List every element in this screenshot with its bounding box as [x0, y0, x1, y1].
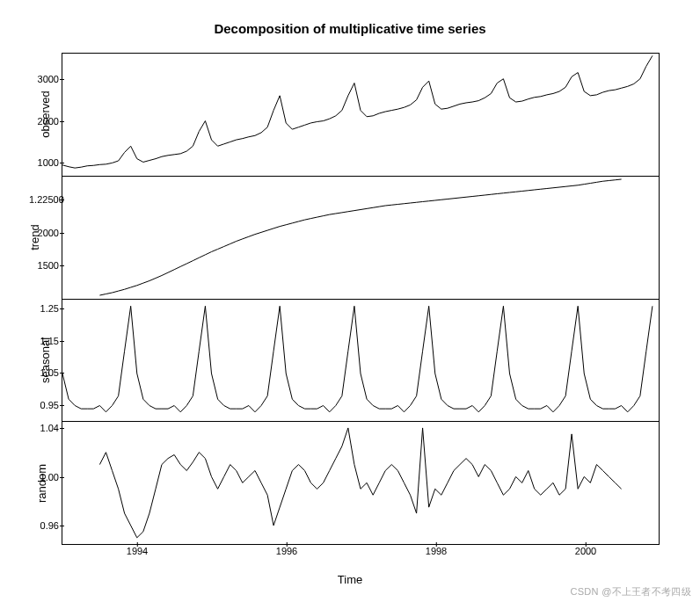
y-tick: 1.04 — [29, 423, 59, 433]
y-tick: 1.22500 — [29, 194, 59, 205]
chart-title: Decomposition of multiplicative time ser… — [0, 21, 700, 36]
chart-panels: observed100020003000trend150020001.22500… — [62, 53, 660, 545]
panel-trend: trend150020001.22500 — [62, 177, 659, 300]
y-ticks: 0.961.001.04 — [29, 422, 59, 544]
y-tick: 3000 — [29, 74, 59, 84]
y-tick: 1000 — [29, 157, 59, 168]
y-tick: 2000 — [29, 116, 59, 127]
y-tick: 1.00 — [29, 472, 59, 482]
y-tick: 1.25 — [29, 303, 59, 314]
x-ticks: 1994199619982000 — [62, 546, 659, 558]
x-tick: 1998 — [426, 546, 447, 556]
line-trend — [62, 177, 659, 299]
x-tick: 1994 — [127, 546, 148, 556]
y-tick: 0.95 — [29, 400, 59, 410]
line-observed — [62, 54, 659, 176]
line-random — [62, 422, 659, 544]
y-tick: 1.05 — [29, 367, 59, 378]
y-tick: 1.15 — [29, 336, 59, 346]
x-tick: 2000 — [575, 546, 596, 556]
y-ticks: 0.951.051.151.25 — [29, 300, 59, 422]
panel-seasonal: seasonal0.951.051.151.25 — [62, 300, 659, 423]
panel-observed: observed100020003000 — [62, 54, 659, 177]
x-axis-label: Time — [0, 573, 700, 586]
watermark: CSDN @不上王者不考四级 — [570, 585, 691, 598]
y-tick: 1500 — [29, 260, 59, 271]
x-tick: 1996 — [276, 546, 297, 556]
panel-random: random0.961.001.041994199619982000 — [62, 422, 659, 544]
line-seasonal — [62, 300, 659, 422]
y-tick: 2000 — [29, 228, 59, 238]
y-ticks: 100020003000 — [29, 54, 59, 176]
y-tick: 0.96 — [29, 520, 59, 531]
y-ticks: 150020001.22500 — [29, 177, 59, 299]
